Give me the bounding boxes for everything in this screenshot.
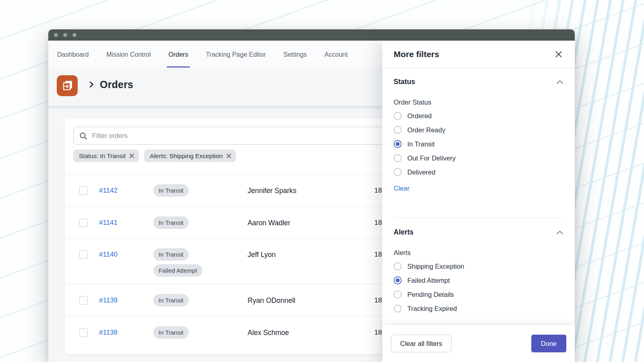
order-id-link[interactable]: #1139: [99, 296, 118, 304]
package-arrow-icon: [60, 79, 74, 93]
status-badges: In Transit: [153, 326, 189, 339]
row-amount: 18: [374, 251, 382, 259]
section-title: Status: [394, 78, 415, 86]
breadcrumb-chevron-icon[interactable]: [89, 80, 94, 90]
status-section-header[interactable]: Status: [394, 78, 564, 86]
customer-name: Jeff Lyon: [248, 251, 276, 259]
filter-chip-alerts[interactable]: Alerts: Shipping Exception: [144, 150, 236, 162]
radio-option-ordered[interactable]: Ordered: [394, 111, 564, 120]
radio-option-tracking-expired[interactable]: Tracking Expired: [394, 304, 564, 313]
filter-chip-status[interactable]: Status: In Transit: [73, 150, 139, 162]
clear-status-link[interactable]: Clear: [394, 185, 409, 192]
panel-header: More filters: [382, 41, 575, 68]
nav-item-orders[interactable]: Orders: [169, 41, 188, 68]
radio-option-delivered[interactable]: Delivered: [394, 168, 564, 177]
order-id-link[interactable]: #1138: [99, 329, 118, 337]
status-badge: In Transit: [153, 248, 189, 261]
nav-item-tracking-page-editor[interactable]: Tracking Page Editor: [206, 41, 266, 68]
row-amount: 18: [374, 187, 382, 195]
row-checkbox[interactable]: [79, 251, 88, 259]
row-checkbox[interactable]: [79, 329, 88, 337]
window-control-dot[interactable]: [54, 33, 58, 37]
radio-icon: [394, 262, 402, 270]
chevron-up-icon[interactable]: [556, 80, 564, 84]
status-badge: In Transit: [153, 216, 189, 229]
radio-icon: [394, 168, 402, 176]
radio-icon: [394, 112, 402, 120]
window-control-dot[interactable]: [72, 33, 76, 37]
row-checkbox[interactable]: [79, 296, 88, 305]
row-amount: 18: [374, 329, 382, 337]
radio-option-order-ready[interactable]: Order Ready: [394, 125, 564, 134]
status-badges: In Transit: [153, 216, 189, 229]
nav-item-account[interactable]: Account: [324, 41, 348, 68]
row-amount: 18: [374, 219, 382, 227]
radio-icon: [394, 304, 402, 313]
radio-option-out-for-delivery[interactable]: Out For Delivery: [394, 154, 564, 162]
status-badge: In Transit: [153, 326, 189, 339]
status-badges: In Transit: [153, 294, 189, 306]
row-checkbox[interactable]: [79, 219, 88, 227]
panel-body: Status Order Status Ordered Order Ready …: [382, 68, 575, 325]
status-badge: In Transit: [153, 294, 189, 306]
section-divider: [394, 218, 564, 218]
done-button[interactable]: Done: [531, 335, 566, 352]
panel-footer: Clear all filters Done: [382, 325, 575, 362]
order-id-link[interactable]: #1141: [99, 219, 118, 227]
radio-selected-icon: [394, 276, 402, 284]
status-badge: In Transit: [153, 184, 189, 197]
status-badges: In Transit: [153, 184, 189, 197]
app-logo: [57, 75, 78, 96]
remove-filter-icon[interactable]: [226, 153, 231, 158]
row-amount: 18: [374, 296, 382, 304]
panel-title: More filters: [394, 49, 439, 59]
close-icon[interactable]: [553, 49, 564, 60]
search-icon: [79, 132, 87, 140]
alert-badge: Failed Attempt: [153, 264, 202, 277]
window-control-dot[interactable]: [63, 33, 67, 37]
radio-option-failed-attempt[interactable]: Failed Attempt: [394, 276, 564, 285]
customer-name: Aaron Wadler: [248, 219, 290, 227]
window-titlebar: [48, 29, 575, 41]
alerts-group-label: Alerts: [394, 249, 564, 257]
customer-name: Alex Schmoe: [248, 329, 289, 337]
radio-option-in-transit[interactable]: In Transit: [394, 140, 564, 148]
page-title: Orders: [100, 79, 133, 90]
filter-chip-label: Status: In Transit: [79, 152, 126, 160]
alerts-section-header[interactable]: Alerts: [394, 228, 564, 237]
applied-filters: Status: In Transit Alerts: Shipping Exce…: [73, 150, 236, 162]
order-status-group-label: Order Status: [394, 99, 564, 106]
nav-item-settings[interactable]: Settings: [283, 41, 307, 68]
filter-chip-label: Alerts: Shipping Exception: [150, 152, 223, 160]
order-id-link[interactable]: #1142: [99, 187, 118, 195]
section-title: Alerts: [394, 228, 414, 237]
chevron-up-icon[interactable]: [556, 230, 564, 235]
radio-icon: [394, 290, 402, 298]
row-checkbox[interactable]: [79, 187, 88, 195]
remove-filter-icon[interactable]: [129, 153, 134, 158]
more-filters-panel: More filters Status Order Status Ordered…: [382, 41, 575, 362]
status-badges: In Transit Failed Attempt: [153, 248, 202, 277]
app-window: Dashboard Mission Control Orders Trackin…: [48, 29, 575, 362]
order-id-link[interactable]: #1140: [99, 251, 118, 259]
nav-item-dashboard[interactable]: Dashboard: [57, 41, 89, 68]
radio-option-pending-details[interactable]: Pending Details: [394, 290, 564, 299]
clear-all-filters-button[interactable]: Clear all filters: [391, 335, 452, 352]
radio-selected-icon: [394, 140, 402, 148]
customer-name: Ryan ODonnell: [248, 296, 295, 305]
radio-icon: [394, 154, 402, 162]
radio-icon: [394, 126, 402, 134]
customer-name: Jennifer Sparks: [248, 187, 297, 195]
nav-item-mission-control[interactable]: Mission Control: [106, 41, 151, 68]
radio-option-shipping-exception[interactable]: Shipping Exception: [394, 262, 564, 271]
